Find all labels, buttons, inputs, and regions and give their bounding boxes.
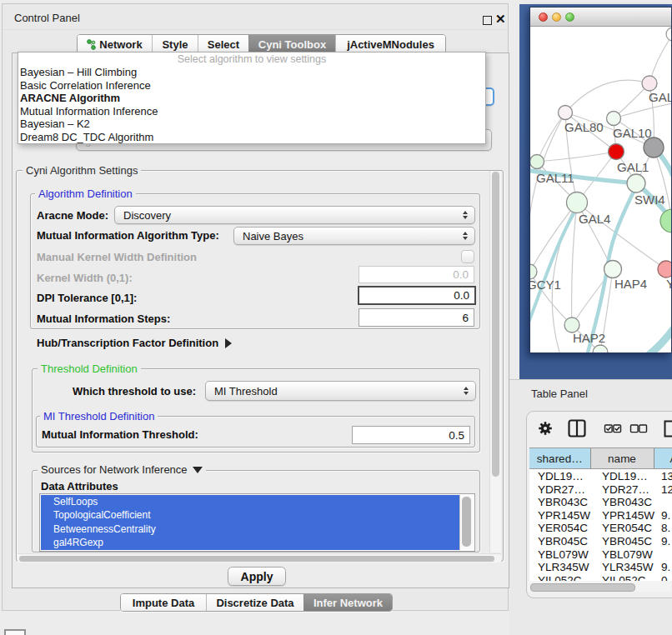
mi-algorithm-type-combo[interactable]: Naive Bayes [233,227,475,245]
table-cell: YDL19… [602,470,648,483]
table-horizontal-scrollbar[interactable] [528,581,671,592]
table-row[interactable]: YBR043CYBR043C [529,496,672,509]
scrollbar-thumb[interactable] [492,172,499,477]
table-row[interactable]: YER054CYER054C8. [529,522,672,535]
combo-arrows-icon [462,232,469,240]
table-cell: YIL052C [538,574,582,581]
data-attributes-list[interactable]: SelfLoopsTopologicalCoefficientBetweenne… [39,493,475,552]
network-node-swi4[interactable] [627,174,645,192]
attribute-item[interactable]: TopologicalCoefficient [41,508,461,522]
table-row[interactable]: YIL052CYIL052C0. [529,574,672,581]
network-node-gal2[interactable] [642,76,657,91]
tab-style[interactable]: Style [152,35,198,53]
network-node-gal1[interactable] [609,144,624,160]
dropdown-item[interactable]: Bayesian – Hill Climbing [18,66,485,79]
cyni-algorithm-settings-title: Cyni Algorithm Settings [23,164,141,177]
document-icon[interactable] [665,422,672,437]
which-threshold-combo[interactable]: MI Threshold [205,381,476,401]
sources-group-title[interactable]: Sources for Network Inference [38,463,206,476]
table-cell: YLR345W [602,561,654,574]
gear-icon[interactable] [539,422,552,435]
tab-impute-data[interactable]: Impute Data [121,594,206,611]
table-row[interactable]: YPR145WYPR145W9. [529,509,672,522]
table-row[interactable]: YBR045CYBR045C9. [529,535,672,548]
mi-steps-field[interactable] [359,308,474,327]
network-node-bottom-partial[interactable] [593,345,608,352]
dropdown-item[interactable]: Basic Correlation Inference [18,79,485,92]
network-node-hap4[interactable] [604,261,622,278]
table-cell: YER054C [602,522,652,535]
manual-kernel-width-checkbox[interactable] [461,250,474,263]
aracne-mode-combo[interactable]: Discovery [114,206,475,224]
mi-threshold-label: Mutual Information Threshold: [42,428,198,441]
minimize-window-icon[interactable] [552,12,561,22]
network-node-top-partial[interactable] [666,28,671,41]
network-node-gal80[interactable] [559,106,573,120]
apply-button[interactable]: Apply [228,567,286,586]
network-window-titlebar[interactable] [530,8,671,27]
column-header-shared[interactable]: shared… [529,448,591,468]
network-node-right-green[interactable] [660,209,671,232]
kernel-width-field[interactable] [359,266,474,283]
node-label-gcy1: GCY1 [530,278,561,292]
threshold-definition-title: Threshold Definition [38,362,141,375]
network-edge [572,202,577,325]
tab-select[interactable]: Select [198,35,248,53]
network-node-salmon[interactable] [658,261,671,278]
scrollbar-thumb[interactable] [19,556,494,562]
table-header: shared…nameA [529,448,672,469]
dropdown-item[interactable]: ARACNE Algorithm [18,92,485,105]
network-graph [530,27,671,352]
dropdown-item[interactable]: Mutual Information Inference [18,105,485,118]
settings-horizontal-scrollbar[interactable] [18,553,501,562]
split-columns-icon[interactable] [569,421,585,437]
attribute-item[interactable]: gal4RGexp [41,536,461,549]
node-label-gal10: GAL10 [613,126,652,140]
network-node-gal4[interactable] [567,192,588,213]
network-node-gray[interactable] [644,138,664,158]
mi-threshold-definition-title: MI Threshold Definition [40,410,158,422]
dpi-tolerance-field[interactable] [358,286,476,305]
attribute-item[interactable]: BetweennessCentrality [41,522,461,536]
titlebar-divider [3,29,509,30]
column-header-name[interactable]: name [591,448,654,468]
dropdown-item[interactable]: Bayesian – K2 [18,118,485,131]
close-window-icon[interactable] [539,12,548,22]
network-node-gal11[interactable] [530,155,544,169]
network-edge [530,202,577,272]
mi-threshold-field[interactable] [352,426,470,444]
table-cell: 12 [661,483,672,497]
collapse-down-icon [193,467,203,473]
network-node-gal10[interactable] [607,112,621,126]
selected-attributes-block: SelfLoopsTopologicalCoefficientBetweenne… [41,495,461,550]
tab-jactivemnodules[interactable]: jActiveMNodules [335,35,445,53]
dropdown-prompt: Select algorithm to view settings [18,52,485,66]
zoom-window-icon[interactable] [565,12,574,22]
attributes-list-scrollbar[interactable] [459,495,474,550]
network-canvas[interactable]: GALGAL80GAL10GAL1GAL11SWI4GAL4GCY1HAP4YH… [530,27,671,352]
dropdown-item[interactable]: Dream8 DC_TDC Algorithm [18,131,485,144]
tab-discretize-data[interactable]: Discretize Data [206,594,303,611]
attribute-item[interactable]: SelfLoops [41,495,461,508]
checked-columns-icon[interactable] [605,425,621,432]
table-row[interactable]: YDR27…YDR27…12 [529,483,672,497]
unchecked-columns-icon[interactable] [631,425,647,432]
float-panel-icon[interactable] [483,16,492,25]
tab-infer-network[interactable]: Infer Network [303,594,392,611]
close-panel-icon[interactable]: ✕ [495,12,506,27]
algorithm-definition-title: Algorithm Definition [35,188,136,200]
settings-vertical-scrollbar[interactable] [489,171,501,552]
scrollbar-thumb[interactable] [530,583,635,592]
aracne-mode-value: Discovery [123,209,171,222]
column-header-A[interactable]: A [654,448,672,468]
table-row[interactable]: YLR345WYLR345W9. [529,561,672,574]
tab-label: Infer Network [313,597,383,609]
table-row[interactable]: YDL19…YDL19…13 [529,470,672,483]
tab-network[interactable]: Network [78,35,152,53]
table-row[interactable]: YBL079WYBL079W [529,548,672,562]
network-icon [87,39,96,50]
hub-definition-expander[interactable]: Hub/Transcription Factor Definition [37,337,232,349]
table-cell: 9. [661,509,670,522]
scrollbar-thumb[interactable] [462,497,471,547]
tab-cyni-toolbox[interactable]: Cyni Toolbox [248,35,335,53]
